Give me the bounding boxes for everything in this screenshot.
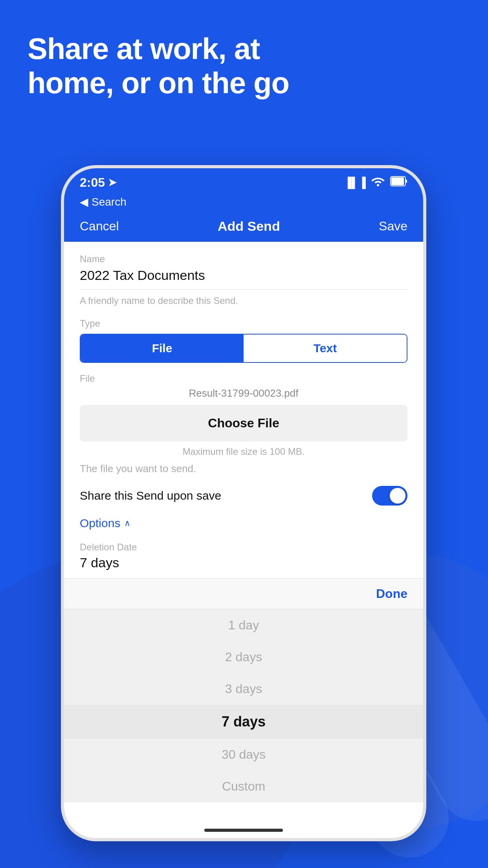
done-button[interactable]: Done bbox=[376, 587, 407, 601]
file-hint: The file you want to send. bbox=[80, 463, 407, 475]
wifi-icon bbox=[371, 176, 385, 189]
done-bar: Done bbox=[64, 579, 423, 609]
back-arrow-icon: ◀ bbox=[80, 195, 88, 208]
name-label: Name bbox=[80, 254, 407, 265]
choose-file-button[interactable]: Choose File bbox=[80, 405, 407, 441]
type-toggle: File Text bbox=[80, 334, 407, 363]
location-arrow-icon: ➤ bbox=[108, 177, 117, 189]
picker-item-1day[interactable]: 1 day bbox=[64, 609, 423, 641]
share-row: Share this Send upon save bbox=[64, 475, 423, 517]
options-button[interactable]: Options ∧ bbox=[80, 517, 407, 530]
phone-mockup: 2:05 ➤ ▐▌▐ ◀ Search Cancel Ad bbox=[61, 165, 426, 841]
picker-item-30days[interactable]: 30 days bbox=[64, 739, 423, 771]
type-text-button[interactable]: Text bbox=[244, 335, 407, 362]
deletion-date-label: Deletion Date bbox=[80, 542, 407, 553]
name-section: Name 2022 Tax Documents A friendly name … bbox=[64, 242, 423, 310]
picker-item-2days[interactable]: 2 days bbox=[64, 641, 423, 673]
file-name: Result-31799-00023.pdf bbox=[80, 387, 407, 399]
home-indicator bbox=[204, 829, 283, 832]
back-label: Search bbox=[92, 196, 127, 208]
date-picker[interactable]: 1 day 2 days 3 days 7 days 30 days Custo… bbox=[64, 609, 423, 802]
svg-rect-2 bbox=[405, 180, 407, 183]
form-content: Name 2022 Tax Documents A friendly name … bbox=[64, 242, 423, 802]
nav-title: Add Send bbox=[218, 219, 280, 234]
cancel-button[interactable]: Cancel bbox=[80, 219, 119, 234]
toggle-knob bbox=[390, 488, 405, 504]
status-time: 2:05 ➤ bbox=[80, 175, 117, 190]
options-label: Options bbox=[80, 517, 120, 530]
name-hint: A friendly name to describe this Send. bbox=[80, 290, 407, 310]
navigation-bar: Cancel Add Send Save bbox=[64, 215, 423, 242]
svg-rect-1 bbox=[391, 177, 404, 185]
share-toggle[interactable] bbox=[372, 486, 407, 506]
name-value[interactable]: 2022 Tax Documents bbox=[80, 268, 407, 290]
options-section: Options ∧ bbox=[64, 517, 423, 538]
chevron-up-icon: ∧ bbox=[124, 518, 130, 528]
picker-item-custom[interactable]: Custom bbox=[64, 771, 423, 802]
file-section: File Result-31799-00023.pdf Choose File … bbox=[64, 363, 423, 475]
type-file-button[interactable]: File bbox=[81, 335, 244, 362]
share-label: Share this Send upon save bbox=[80, 489, 221, 502]
battery-icon bbox=[390, 176, 407, 189]
save-button[interactable]: Save bbox=[379, 219, 407, 234]
status-icons: ▐▌▐ bbox=[344, 176, 407, 189]
picker-item-7days[interactable]: 7 days bbox=[64, 705, 423, 739]
hero-title: Share at work, at home, or on the go bbox=[28, 31, 322, 100]
deletion-date-section: Deletion Date 7 days bbox=[64, 538, 423, 579]
type-section: Type File Text bbox=[64, 310, 423, 363]
type-label: Type bbox=[80, 318, 407, 329]
back-navigation[interactable]: ◀ Search bbox=[64, 194, 423, 215]
file-max-size: Maximum file size is 100 MB. bbox=[80, 446, 407, 457]
picker-item-3days[interactable]: 3 days bbox=[64, 673, 423, 705]
status-bar: 2:05 ➤ ▐▌▐ bbox=[64, 168, 423, 194]
signal-icon: ▐▌▐ bbox=[344, 177, 366, 189]
time-text: 2:05 bbox=[80, 175, 105, 190]
deletion-date-value[interactable]: 7 days bbox=[80, 555, 407, 570]
file-label: File bbox=[80, 373, 407, 384]
